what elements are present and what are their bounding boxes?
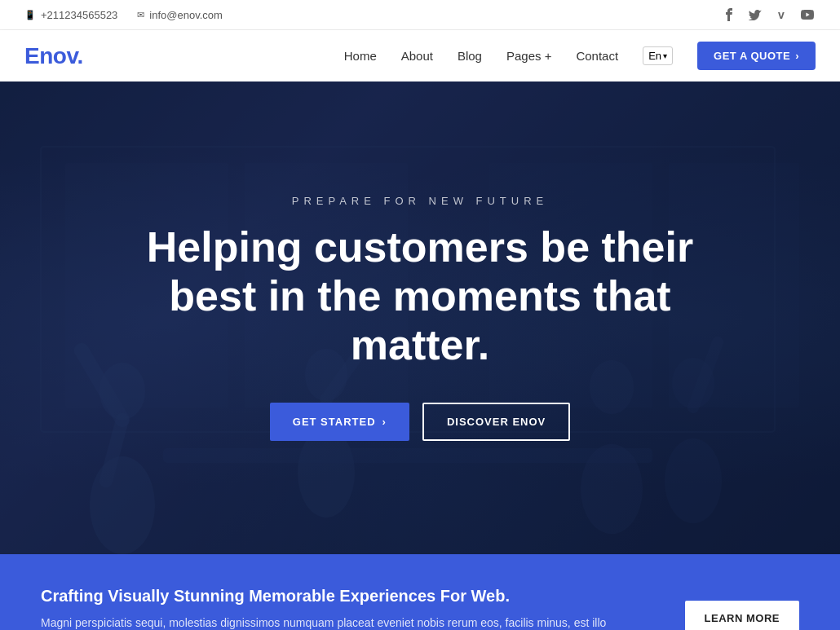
bottom-banner: Crafting Visually Stunning Memorable Exp… [0,554,840,630]
lang-text: En [648,50,661,62]
get-started-button[interactable]: GET STARTED › [270,403,409,441]
nav-about[interactable]: About [401,49,433,63]
hero-subtitle: PREPARE FOR NEW FUTURE [130,195,710,207]
social-icons: v [721,7,816,23]
logo-dot: . [77,43,82,68]
email-address: info@enov.com [149,9,223,21]
discover-button[interactable]: DISCOVER ENOV [422,403,570,441]
email-contact: ✉ info@enov.com [137,9,223,21]
twitter-icon[interactable] [747,7,763,23]
nav-home[interactable]: Home [344,49,377,63]
get-quote-button[interactable]: GET A QUOTE › [697,42,816,70]
top-bar: 📱 +211234565523 ✉ info@enov.com v [0,0,840,30]
email-icon: ✉ [137,10,144,20]
banner-description: Magni perspiciatis sequi, molestias dign… [41,614,612,630]
nav-contact[interactable]: Contact [576,49,618,63]
banner-text: Crafting Visually Stunning Memorable Exp… [41,587,612,630]
chevron-down-icon: ▾ [663,51,667,60]
youtube-icon[interactable] [799,7,816,23]
arrow-right-icon: › [382,416,387,428]
phone-contact: 📱 +211234565523 [24,9,117,21]
hero-buttons: GET STARTED › DISCOVER ENOV [130,403,710,441]
banner-title: Crafting Visually Stunning Memorable Exp… [41,587,612,606]
logo-text: Enov [24,43,77,68]
top-bar-left: 📱 +211234565523 ✉ info@enov.com [24,9,223,21]
logo[interactable]: Enov. [24,43,83,69]
chevron-right-icon: › [795,50,799,62]
nav-links: Home About Blog Pages + Contact En ▾ GET… [344,42,816,70]
language-selector[interactable]: En ▾ [643,46,673,65]
hero-content: PREPARE FOR NEW FUTURE Helping customers… [114,195,726,440]
phone-number: +211234565523 [41,9,117,21]
hero-section: PREPARE FOR NEW FUTURE Helping customers… [0,82,840,554]
facebook-icon[interactable] [721,7,737,23]
vimeo-icon[interactable]: v [773,7,789,23]
phone-icon: 📱 [24,10,36,20]
hero-title: Helping customers be their best in the m… [130,223,710,369]
nav-blog[interactable]: Blog [458,49,482,63]
nav-pages[interactable]: Pages + [506,49,551,63]
learn-more-button[interactable]: LEARN MORE [685,601,799,630]
navbar: Enov. Home About Blog Pages + Contact En… [0,30,840,82]
